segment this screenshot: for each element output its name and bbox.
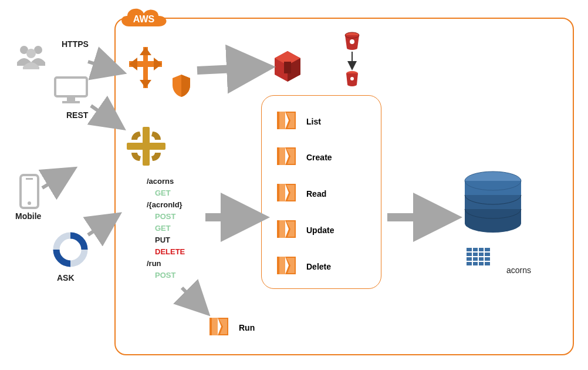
svg-line-67 (197, 68, 259, 70)
svg-line-65 (42, 170, 72, 188)
svg-line-71 (182, 288, 205, 311)
svg-line-66 (88, 216, 116, 235)
arrows-layer (0, 0, 588, 370)
svg-line-64 (91, 106, 120, 126)
svg-line-63 (88, 62, 120, 72)
